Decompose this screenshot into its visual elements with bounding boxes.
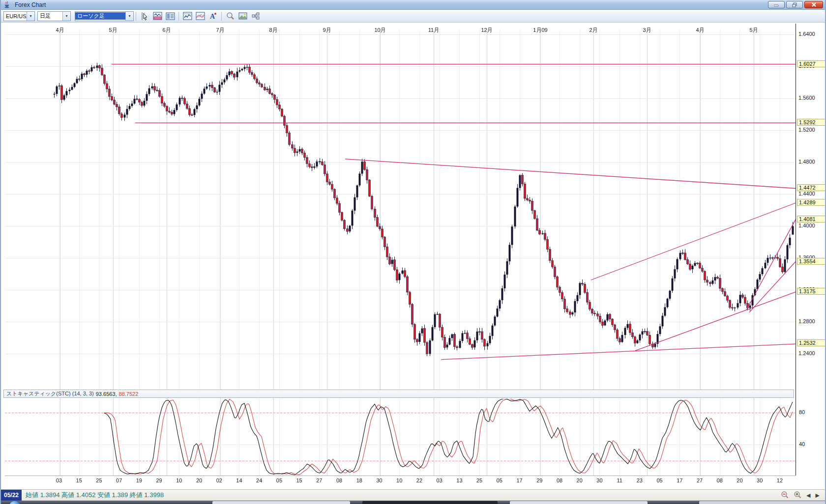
restore-button[interactable] [786,1,803,8]
day-label: 30 [757,477,763,483]
minimize-icon [774,3,779,7]
price-tick-label: 1.2400 [798,350,825,356]
line-chart-button[interactable] [181,11,193,22]
start-button[interactable] [9,501,21,504]
month-label: 5月 [109,27,117,34]
timeframe-value: 日足 [38,12,62,20]
chart-area: 4月5月6月7月8月9月10月11月12月1月092月3月4月5月 1.6400… [1,23,826,489]
stochastic-k-value: 93.6563, [96,391,117,397]
zoom-tool-button[interactable] [224,11,236,22]
chart-type-select[interactable]: ローソク足 ▼ [75,11,134,21]
pointer-tool-button[interactable] [139,11,150,22]
day-label: 10 [176,477,182,483]
day-label: 13 [456,477,462,483]
price-level-marker: 1.4289 [797,199,826,206]
title-bar: Forex Chart [1,0,825,10]
month-label: 9月 [323,27,331,34]
status-ohlc-text: 始値 1.3894 高値 1.4052 安値 1.389 終値 1.3998 [26,491,164,500]
restore-icon [792,2,797,7]
month-label: 6月 [162,27,171,34]
day-label: 05 [656,477,662,483]
price-chart-canvas[interactable] [1,23,796,488]
month-label: 2月 [589,27,597,34]
month-label: 4月 [696,27,704,34]
minimize-button[interactable] [768,1,785,8]
chevron-down-icon[interactable]: ▼ [62,12,70,21]
text-annotation-button[interactable]: A [207,11,219,22]
day-label: 23 [637,477,643,483]
day-label: 17 [677,477,682,483]
timeframe-select[interactable]: 日足 ▼ [37,11,71,21]
data-panel-button[interactable] [164,11,176,22]
price-level-marker: 1.4081 [797,216,826,223]
day-label: 07 [116,477,122,483]
day-label: 20 [577,477,583,483]
day-label: 19 [136,477,142,483]
day-label: 08 [336,477,342,483]
toolbar-separator [178,12,179,21]
taskbar-button[interactable] [212,501,350,504]
text-annotation-icon: A [208,12,217,20]
zoom-in-button[interactable] [793,491,802,500]
chevron-down-icon[interactable]: ▼ [125,12,133,21]
day-label: 08 [557,477,562,483]
day-label: 25 [476,477,482,483]
month-label: 3月 [643,27,651,34]
stochastic-d-value: 88.7522 [119,391,139,397]
pointer-tool-icon [140,12,149,21]
price-level-marker: 1.3175 [797,288,826,295]
save-image-button[interactable] [237,11,249,22]
close-button[interactable] [804,1,823,8]
day-label: 30 [596,477,602,483]
scroll-right-button[interactable]: ▶ [816,492,820,499]
chevron-down-icon[interactable]: ▼ [27,12,34,21]
day-label: 29 [156,477,162,483]
save-image-icon [238,12,248,20]
scroll-left-button[interactable]: ◀ [806,492,810,499]
stochastic-tick-label: 80 [799,409,805,415]
zoom-out-button[interactable] [780,491,790,500]
price-tick-label: 1.4000 [798,223,825,228]
price-tick-label: 1.6400 [798,31,825,37]
month-label: 8月 [269,27,277,34]
price-level-marker: 1.3554 [797,258,826,265]
chart-type-value: ローソク足 [75,12,125,20]
toolbar-separator [136,12,136,21]
taskbar-button[interactable] [510,501,648,504]
day-label: 05 [497,477,502,483]
month-label: 4月 [56,27,64,34]
day-label: 11 [617,477,622,483]
close-icon [811,2,817,7]
taskbar-button-active[interactable] [362,501,498,504]
status-date-badge: 05/22 [1,490,22,501]
day-label: 20 [196,477,202,483]
price-level-marker: 1.6027 [797,60,826,67]
day-label: 02 [216,477,222,483]
system-tray[interactable] [699,501,825,504]
window-layout-icon [251,12,261,20]
status-bar: 05/22 始値 1.3894 高値 1.4052 安値 1.389 終値 1.… [1,489,825,501]
day-label: 29 [536,477,542,483]
windows-taskbar [1,501,825,504]
indicator-chart-button[interactable] [151,11,163,22]
window-title: Forex Chart [15,1,46,8]
indicator-chart-icon [153,12,162,20]
day-label: 17 [516,477,522,483]
day-label: 27 [697,477,703,483]
day-label: 15 [296,477,302,483]
day-label: 15 [76,477,82,483]
month-label: 10月 [374,27,385,34]
day-label: 22 [416,477,422,483]
price-tick-label: 1.5600 [798,95,825,101]
stochastic-tick-label: 40 [799,441,805,447]
symbol-select[interactable]: EUR/USD ▼ [3,11,35,21]
curve-chart-icon [196,12,205,20]
curve-chart-button[interactable] [194,11,206,22]
day-label: 27 [316,477,322,483]
window-layout-button[interactable] [250,11,262,22]
day-label: 05 [276,477,282,483]
day-label: 30 [376,477,382,483]
price-tick-label: 1.4400 [798,191,825,196]
day-label: 10 [396,477,402,483]
stochastic-header: ストキャスティック(STC) (14, 3, 3)93.6563,88.7522 [3,390,794,398]
